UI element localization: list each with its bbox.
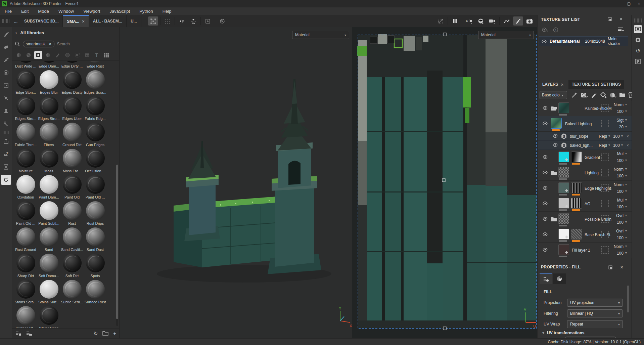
layer-row[interactable]: Fill layer 1Norm▾100▾ — [538, 243, 632, 258]
layer-visibility-eye-icon[interactable] — [542, 248, 548, 252]
add-resource-icon[interactable]: + — [113, 331, 116, 336]
camera-view-icon[interactable] — [487, 16, 497, 26]
asset-item[interactable]: Paint Subtl... — [37, 201, 60, 227]
asset-item[interactable]: Surface Rust — [84, 280, 107, 306]
opacity-select[interactable]: 100▾ — [617, 189, 627, 194]
material-filter-icon[interactable] — [15, 51, 23, 59]
layer-thumbnail[interactable] — [571, 182, 582, 193]
asset-item[interactable]: Paint Old ... — [84, 175, 107, 201]
asset-item[interactable]: Sand Dust — [84, 227, 107, 254]
refresh-icon[interactable]: ↻ — [94, 331, 98, 337]
frame-selection-icon[interactable] — [203, 16, 213, 26]
menu-edit[interactable]: Edit — [16, 7, 33, 15]
material-picker-icon[interactable] — [1, 119, 11, 129]
layer-anchor-slot[interactable] — [601, 200, 609, 207]
layer-thumbnail[interactable] — [558, 198, 569, 209]
layer-name[interactable]: Lighting — [585, 171, 599, 175]
layer-visibility-eye-icon[interactable] — [542, 106, 548, 110]
texture-filter-icon[interactable] — [73, 51, 81, 59]
blend-mode-select[interactable]: Ovrl▾ — [616, 229, 627, 233]
reset-view-icon[interactable] — [217, 16, 227, 26]
layer-anchor-slot[interactable] — [601, 231, 609, 238]
blend-mode-select[interactable]: Norm▾ — [614, 102, 627, 107]
eye-chevron-icon[interactable] — [542, 27, 548, 34]
brush-stroke-icon[interactable] — [502, 16, 512, 26]
effect-blend-select[interactable]: Repl▾ — [599, 134, 610, 139]
layer-name[interactable]: Gradient — [585, 155, 600, 160]
asset-item[interactable]: Edges Blur — [37, 70, 60, 96]
asset-item[interactable]: Paint Old — [60, 175, 84, 201]
new-folder-icon[interactable] — [102, 331, 108, 336]
asset-item[interactable]: Sharp Dirt — [14, 254, 37, 280]
layer-visibility-eye-icon[interactable] — [542, 232, 548, 236]
menu-viewport[interactable]: Viewport — [79, 7, 105, 15]
viewport-3d[interactable]: Y X Material ▾ — [120, 27, 352, 338]
menu-file[interactable]: File — [0, 7, 16, 15]
asset-item[interactable]: Sand Caviti... — [60, 227, 84, 254]
environment-filter-icon[interactable] — [83, 51, 91, 59]
text-resource-icon[interactable]: T — [1, 149, 11, 159]
layer-anchor-slot[interactable] — [601, 104, 609, 112]
uv-wrap-select[interactable]: Repeat▾ — [567, 320, 623, 328]
texture-set-row[interactable]: DefaultMaterial 2048x2048 Main shader — [539, 37, 628, 46]
add-paint-layer-icon[interactable] — [591, 92, 597, 99]
layer-anchor-slot[interactable] — [601, 154, 609, 161]
folder-list-icon[interactable] — [26, 331, 32, 336]
blend-mode-select[interactable]: Norm▾ — [614, 167, 627, 172]
asset-item[interactable]: Rust Ground — [14, 227, 37, 254]
remove-tag-icon[interactable]: × — [49, 42, 51, 46]
brush-filter-icon[interactable] — [54, 51, 62, 59]
symmetry-y-icon[interactable] — [188, 16, 198, 26]
tab-u[interactable]: U... — [127, 15, 141, 27]
add-smart-mask-icon[interactable] — [609, 92, 617, 99]
export-icon[interactable] — [1, 136, 11, 146]
opacity-select[interactable]: 100▾ — [617, 220, 627, 225]
pending-tasks-icon[interactable] — [1, 162, 11, 172]
uv-transformations-section[interactable]: ▾ UV transformations — [542, 331, 584, 335]
asset-item[interactable]: Oxydation — [14, 175, 37, 201]
asset-item[interactable]: Moss Fro... — [60, 149, 84, 175]
layer-visibility-eye-icon[interactable] — [542, 155, 548, 159]
layer-anchor-slot[interactable] — [601, 169, 609, 176]
log-icon[interactable] — [634, 57, 642, 66]
tab-substance-3d-assets[interactable]: SUBSTANCE 3D... — [20, 15, 63, 27]
menu-window[interactable]: Window — [54, 7, 79, 15]
asset-item[interactable]: Edges Scra... — [84, 70, 107, 96]
asset-item[interactable]: Stains Surf... — [37, 280, 60, 306]
layer-row[interactable]: GradientMul▾100▾ — [538, 150, 632, 165]
layer-row[interactable]: Base Brush St...Ovrl▾100▾ — [538, 227, 632, 243]
menu-help[interactable]: Help — [158, 7, 176, 15]
layer-row[interactable]: Painted-BtickMOSS2Norm▾100▾ — [538, 101, 632, 116]
selection-visibility-off-icon[interactable] — [435, 16, 446, 26]
material-properties-tab[interactable] — [553, 273, 566, 284]
tab-close-icon[interactable]: × — [82, 19, 85, 24]
effect-opacity-select[interactable]: 100▾ — [613, 134, 623, 139]
snap-grid-icon[interactable] — [163, 16, 173, 26]
smudge-tool-icon[interactable] — [1, 93, 11, 103]
layer-thumbnail[interactable] — [571, 152, 582, 162]
layer-anchor-slot[interactable] — [601, 184, 609, 192]
save-list-icon[interactable] — [15, 331, 21, 336]
transform-gizmo-icon[interactable] — [148, 16, 158, 26]
minimize-icon[interactable]: – — [614, 0, 624, 7]
properties-scrollbar[interactable] — [627, 286, 629, 312]
tab-layers[interactable]: LAYERS × — [539, 80, 567, 89]
paint-tool-icon[interactable] — [1, 29, 11, 39]
layer-thumbnail[interactable] — [558, 167, 569, 178]
layer-thumbnail[interactable] — [558, 244, 569, 255]
asset-item[interactable]: Occlusion ... — [84, 149, 107, 175]
float-panel-icon[interactable] — [608, 265, 613, 271]
paint-mode-icon[interactable] — [513, 16, 523, 26]
layer-visibility-eye-icon[interactable] — [542, 121, 548, 126]
effect-blend-select[interactable]: Repl▾ — [599, 143, 610, 148]
smart-mask-filter-icon[interactable] — [34, 51, 42, 59]
asset-item[interactable]: Edges Dusty — [60, 70, 84, 96]
layer-thumbnail[interactable] — [558, 229, 569, 240]
asset-item[interactable]: Fibers — [37, 123, 60, 149]
close-panel-icon[interactable]: × — [619, 16, 623, 22]
layer-thumbnail[interactable] — [571, 198, 582, 209]
add-group-icon[interactable] — [619, 92, 626, 99]
layer-name[interactable]: Fill layer 1 — [572, 248, 590, 253]
folder-icon[interactable] — [551, 170, 557, 176]
asset-item[interactable]: Moisture — [14, 149, 37, 175]
